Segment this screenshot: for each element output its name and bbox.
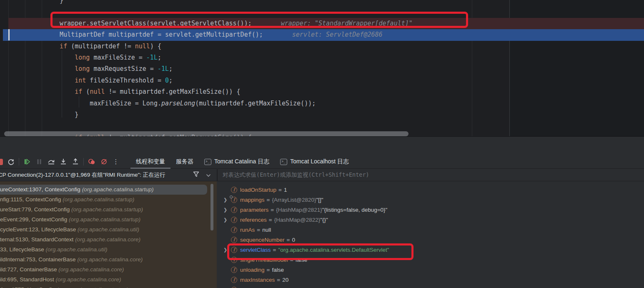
code-line[interactable]: wrapper.setServletClass(servlet.getServl… xyxy=(0,18,644,29)
code-line[interactable]: } xyxy=(0,0,644,6)
code-line[interactable]: if (multipartdef != null) { xyxy=(0,41,644,52)
stack-frame-row[interactable]: App:1775, HostConfig (org.apache.catalin… xyxy=(0,285,217,288)
variable-value: 20 xyxy=(282,277,288,283)
tab-Tomcat Catalina 日志[interactable]: >_Tomcat Catalina 日志 xyxy=(199,155,275,169)
expand-chevron-icon[interactable]: ❯ xyxy=(223,247,231,253)
gutter-caret-marker xyxy=(8,29,10,40)
step-into-icon[interactable] xyxy=(59,158,68,166)
stack-frame-row[interactable]: ild:695, StandardHost (org.apache.catali… xyxy=(0,275,217,285)
code-line[interactable]: } xyxy=(0,109,644,120)
expand-chevron-icon[interactable]: ❯ xyxy=(223,217,231,223)
stack-frame-row[interactable]: cycleEvent:123, LifecycleBase (org.apach… xyxy=(0,225,217,235)
variable-value: {ArrayList@2820} xyxy=(272,197,316,203)
field-icon: f xyxy=(231,287,237,288)
variable-name: parameters xyxy=(240,207,268,213)
variables-tree[interactable]: floadOnStartup=1❯fmappings={ArrayList@28… xyxy=(217,181,644,288)
field-icon: f xyxy=(231,197,237,203)
code-line[interactable]: long maxFileSize = -1L; xyxy=(0,52,644,63)
stack-frame-row[interactable]: eEvent:299, ContextConfig (org.apache.ca… xyxy=(0,215,217,225)
watch-placeholder: 对表达式求值(Enter)或添加监视(Ctrl+Shift+Enter) xyxy=(223,171,369,179)
field-icon: f xyxy=(231,217,237,223)
variable-row[interactable]: floadOnStartup=1 xyxy=(217,185,644,195)
field-icon: f xyxy=(231,187,237,193)
stack-frame-row[interactable]: 33, LifecycleBase (org.apache.catalina.u… xyxy=(0,245,217,255)
pause-icon[interactable] xyxy=(35,158,43,166)
code-line[interactable] xyxy=(0,120,644,132)
variable-row[interactable]: funloading=false xyxy=(217,265,644,275)
tab-label: 服务器 xyxy=(176,158,193,165)
code-line[interactable]: long maxRequestSize = -1L; xyxy=(0,63,644,75)
code-line[interactable] xyxy=(0,6,644,18)
evaluate-watch-input[interactable]: 对表达式求值(Enter)或添加监视(Ctrl+Shift+Enter) xyxy=(218,169,644,181)
resume-icon[interactable] xyxy=(23,158,31,166)
variable-name: mappings xyxy=(240,197,265,203)
stack-frame-row[interactable]: ternal:5130, StandardContext (org.apache… xyxy=(0,235,217,245)
rerun-icon[interactable] xyxy=(7,158,15,166)
tab-线程和变量[interactable]: 线程和变量 xyxy=(130,155,170,169)
debug-header-row: CP Connection(2)-127.0.0.1"@1,969 在组"RMI… xyxy=(0,169,644,181)
variable-value: null xyxy=(262,227,271,233)
variable-value: {HashMap@2822} xyxy=(274,217,321,223)
stack-frame-row[interactable]: ild:727, ContainerBase (org.apache.catal… xyxy=(0,265,217,275)
tab-服务器[interactable]: 服务器 xyxy=(170,155,199,169)
variable-value: 1 xyxy=(284,187,287,193)
mute-breakpoints-icon[interactable] xyxy=(100,158,108,166)
tab-label: 线程和变量 xyxy=(136,158,165,165)
session-label: CP Connection(2)-127.0.0.1"@1,969 在组"RMI… xyxy=(0,171,165,179)
variable-row[interactable]: fsequenceNumber=0 xyxy=(217,235,644,245)
console-icon: >_ xyxy=(204,159,211,165)
variable-row[interactable]: fmaxInstances=20 xyxy=(217,275,644,285)
variable-value: false xyxy=(272,267,284,273)
frames-scrollbar[interactable] xyxy=(210,184,213,230)
expand-chevron-icon[interactable]: ❯ xyxy=(223,207,231,213)
variable-row[interactable]: fsingleThreadModel=false xyxy=(217,255,644,265)
stack-frame-row[interactable]: nfig:1115, ContextConfig (org.apache.cat… xyxy=(0,195,217,205)
stop-icon[interactable] xyxy=(0,159,3,165)
equals-sign: = xyxy=(257,227,260,233)
code-line[interactable]: int fileSizeThreshold = 0; xyxy=(0,75,644,86)
variable-value: {HashMap@2821} xyxy=(276,207,322,213)
code-line[interactable]: if (null != multipartdef.getMaxFileSize(… xyxy=(0,86,644,98)
console-icon: >_ xyxy=(280,159,287,165)
equals-sign: = xyxy=(290,257,293,263)
variable-value: "[]" xyxy=(316,197,323,203)
stack-frame-row[interactable]: ildInternal:753, ContainerBase (org.apac… xyxy=(0,255,217,265)
step-out-icon[interactable] xyxy=(71,158,80,166)
step-over-icon[interactable] xyxy=(47,158,55,166)
debug-content: ureContext:1307, ContextConfig (org.apac… xyxy=(0,181,644,288)
filter-funnel-icon[interactable] xyxy=(193,171,199,179)
variable-name: servletClass xyxy=(240,247,271,253)
field-icon: f xyxy=(231,277,237,283)
tab-Tomcat Localhost 日志[interactable]: >_Tomcat Localhost 日志 xyxy=(275,155,354,169)
variable-name: loadOnStartup xyxy=(240,187,276,193)
variable-name: unloading xyxy=(240,267,265,273)
variable-value: "org.apache.catalina.servlets.DefaultSer… xyxy=(278,247,389,253)
code-editor[interactable]: } wrapper.setServletClass(servlet.getSer… xyxy=(0,0,644,136)
field-icon: f xyxy=(231,237,237,243)
stack-frame-row[interactable]: ureContext:1307, ContextConfig (org.apac… xyxy=(0,185,207,195)
field-icon: f xyxy=(231,257,237,263)
variable-row[interactable]: ❯freferences={HashMap@2822} "{}" xyxy=(217,215,644,225)
equals-sign: = xyxy=(271,207,274,213)
toolbar-separator xyxy=(19,158,19,165)
code-line[interactable]: maxFileSize = Long.parseLong(multipartde… xyxy=(0,98,644,109)
session-selector[interactable]: CP Connection(2)-127.0.0.1"@1,969 在组"RMI… xyxy=(0,169,217,181)
debug-toolbar: ⋮ 线程和变量服务器>_Tomcat Catalina 日志>_Tomcat L… xyxy=(0,155,644,169)
code-line[interactable]: MultipartDef multipartdef = servlet.getM… xyxy=(0,29,644,40)
variable-row[interactable]: frunAs=null xyxy=(217,225,644,235)
tab-label: Tomcat Localhost 日志 xyxy=(290,158,349,165)
editor-horizontal-scrollbar[interactable] xyxy=(4,131,408,136)
frames-list[interactable]: ureContext:1307, ContextConfig (org.apac… xyxy=(0,181,217,288)
variable-value: "{}" xyxy=(320,217,328,223)
field-icon: f xyxy=(231,227,237,233)
variable-name: maxInstances xyxy=(240,277,275,283)
variable-row[interactable]: ❯fservletClass="org.apache.catalina.serv… xyxy=(217,245,644,255)
stack-frame-row[interactable]: ureStart:779, ContextConfig (org.apache.… xyxy=(0,205,217,215)
variable-row[interactable]: f xyxy=(217,285,644,288)
chevron-down-icon[interactable] xyxy=(206,172,211,178)
view-breakpoints-icon[interactable] xyxy=(88,158,96,166)
variable-value: false xyxy=(296,257,308,263)
variable-row[interactable]: ❯fparameters={HashMap@2821} "{listings=f… xyxy=(217,205,644,215)
more-options-icon[interactable]: ⋮ xyxy=(112,158,120,166)
variable-row[interactable]: ❯fmappings={ArrayList@2820} "[]" xyxy=(217,195,644,205)
